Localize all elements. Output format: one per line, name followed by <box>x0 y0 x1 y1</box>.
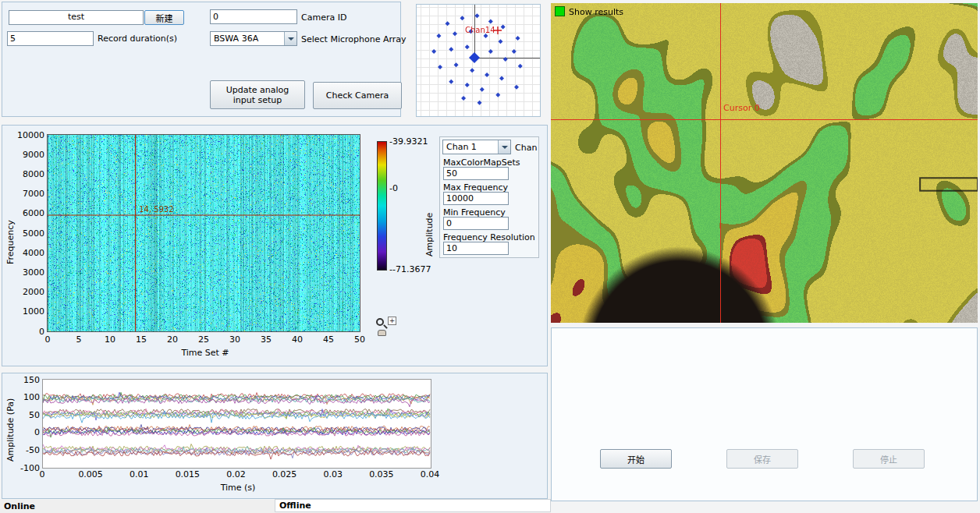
tick-label: 0.005 <box>78 469 103 479</box>
tick-label: 0.025 <box>272 469 297 479</box>
tick-label: 20 <box>162 334 183 345</box>
online-status-label: Online <box>4 501 35 511</box>
max-colormap-input[interactable] <box>443 167 509 180</box>
save-button[interactable]: 保存 <box>726 449 798 469</box>
start-button[interactable]: 开始 <box>600 449 672 469</box>
tick-label: 50 <box>13 410 40 420</box>
tick-label: 9000 <box>12 150 44 160</box>
spectrogram-controls-group: Chan 1 Chan MaxColorMapSets Max Frequenc… <box>439 136 539 258</box>
stop-button[interactable]: 停止 <box>853 449 925 469</box>
show-results-label: Show results <box>569 7 623 17</box>
camera-cursor-label: Cursor 0 <box>723 103 760 113</box>
camera-id-input[interactable] <box>210 9 297 24</box>
waveform-panel: Amplitude (Pa) 150100500-50-100 00.0050.… <box>2 373 548 499</box>
chan-label: Chan <box>515 143 537 153</box>
chevron-down-icon[interactable] <box>284 32 296 45</box>
tick-label: 45 <box>318 334 339 345</box>
tick-label: 10 <box>99 334 121 345</box>
tick-label: 0.015 <box>175 469 200 479</box>
tick-label: 6000 <box>12 208 44 218</box>
new-button[interactable]: 新建 <box>144 10 184 25</box>
chan-selected-value: Chan 1 <box>446 142 477 152</box>
tick-label: 8000 <box>12 169 44 179</box>
test-name-field[interactable]: test <box>9 10 144 25</box>
tick-label: -50 <box>13 445 40 455</box>
mic-array-selected-value: BSWA 36A <box>214 34 258 44</box>
frequency-resolution-input[interactable] <box>443 242 509 255</box>
graph-pan-icon[interactable] <box>378 330 386 336</box>
tick-label: 0.04 <box>417 469 442 479</box>
tick-label: 2000 <box>12 287 44 297</box>
camera-result-view: Show results Cursor 0 <box>551 3 978 323</box>
tick-label: 150 <box>13 375 40 385</box>
graph-zoom-icon[interactable] <box>376 318 384 326</box>
amplitude-colorbar <box>377 141 387 271</box>
tick-label: 7000 <box>12 189 44 199</box>
tick-label: 0.02 <box>224 469 249 479</box>
min-frequency-input[interactable] <box>443 217 509 230</box>
max-frequency-input[interactable] <box>443 192 509 205</box>
tick-label: 0 <box>13 427 40 437</box>
colorbar-title: Amplitude <box>424 184 435 285</box>
tick-label: 3000 <box>12 267 44 278</box>
tick-label: 0.01 <box>126 469 151 479</box>
waveform-plot[interactable] <box>42 379 431 469</box>
mic-array-select[interactable]: BSWA 36A <box>210 31 297 46</box>
record-duration-label: Record duration(s) <box>98 34 177 44</box>
tick-label: 10000 <box>12 130 44 140</box>
tick-label: 40 <box>286 334 308 345</box>
config-panel: test 新建 Record duration(s) Camera ID BSW… <box>2 2 401 117</box>
update-analog-input-button[interactable]: Update analog input setup <box>210 80 305 109</box>
mic-array-label: Select Microphone Array <box>301 34 407 44</box>
mic-array-panel <box>416 4 541 117</box>
control-panel: 开始 保存 停止 <box>551 327 978 501</box>
show-results-checkbox[interactable] <box>555 6 565 16</box>
tick-label: 5000 <box>12 228 44 239</box>
tick-label: 4000 <box>12 248 44 258</box>
camera-id-label: Camera ID <box>301 12 346 23</box>
colorbar-max-label: -39.9321 <box>389 136 428 147</box>
tick-label: 0.03 <box>321 469 346 479</box>
acoustic-camera-app: test 新建 Record duration(s) Camera ID BSW… <box>0 0 980 513</box>
tick-label: 100 <box>13 392 40 402</box>
colorbar-mid-label: -0 <box>389 183 398 193</box>
tick-label: 0 <box>30 469 55 479</box>
tick-label: 35 <box>255 334 277 345</box>
tick-label: 15 <box>130 334 152 345</box>
camera-result-image[interactable] <box>551 3 978 323</box>
chan-select[interactable]: Chan 1 <box>442 140 511 154</box>
mic-array-plot[interactable] <box>417 5 540 116</box>
tick-label: 1000 <box>12 306 44 317</box>
record-duration-input[interactable] <box>7 31 94 46</box>
graph-cursor-icon[interactable]: + <box>388 317 396 325</box>
tick-label: 0.035 <box>369 469 394 479</box>
tick-label: 25 <box>193 334 215 345</box>
chevron-down-icon[interactable] <box>498 140 510 154</box>
offline-status-field: Offline <box>275 499 551 512</box>
tick-label: 50 <box>349 334 371 345</box>
tick-label: 5 <box>68 334 90 345</box>
tick-label: 30 <box>224 334 246 345</box>
spectrogram-panel: Frequency 100009000800070006000500040003… <box>2 125 548 366</box>
status-bar: Online Offline <box>0 500 551 513</box>
spectrogram-plot[interactable] <box>47 134 360 332</box>
check-camera-button[interactable]: Check Camera <box>313 82 402 109</box>
waveform-x-axis-title: Time (s) <box>207 483 269 493</box>
spectrogram-x-axis-title: Time Set # <box>178 348 233 358</box>
tick-label: 0 <box>37 334 59 345</box>
